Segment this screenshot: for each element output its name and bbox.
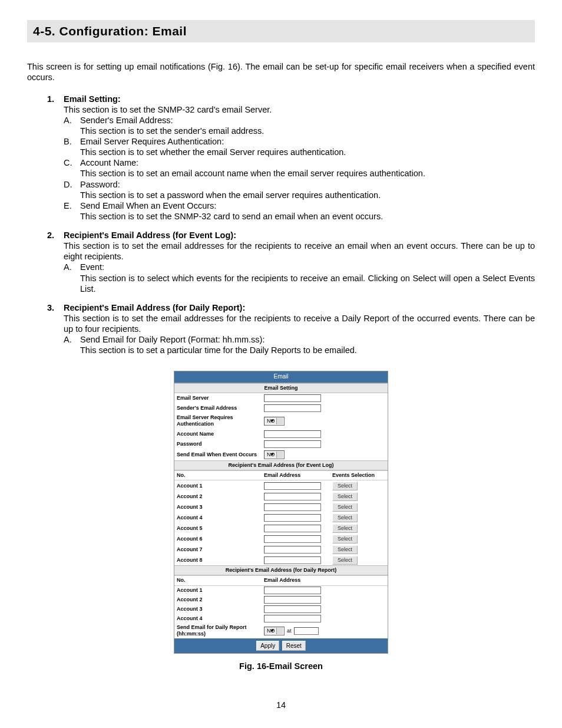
sender-email-input[interactable] xyxy=(264,404,321,412)
daily-time-input[interactable] xyxy=(294,627,319,635)
panel-header: Email xyxy=(174,371,388,383)
sub-letter: C. xyxy=(64,157,72,168)
reset-button[interactable]: Reset xyxy=(282,641,306,651)
item-2: 2. Recipient's Email Address (for Event … xyxy=(47,230,535,294)
select-button[interactable]: Select xyxy=(332,492,358,501)
sub-letter: E. xyxy=(64,200,72,211)
daily-email-input[interactable] xyxy=(264,605,321,613)
event-email-input[interactable] xyxy=(264,546,321,554)
account-name-input[interactable] xyxy=(264,430,321,438)
row-label: Account 1 xyxy=(174,585,262,595)
item-head: Email Setting: xyxy=(64,94,121,104)
daily-email-input[interactable] xyxy=(264,615,321,622)
sub-head: Password: xyxy=(80,180,120,189)
sub-head: Event: xyxy=(80,262,104,272)
sub-list-3: A.Send Email for Daily Report (Format: h… xyxy=(64,334,535,355)
row-label: Account 4 xyxy=(174,614,262,624)
select-button[interactable]: Select xyxy=(332,513,358,522)
section-daily-report: Recipient's Email Address (for Daily Rep… xyxy=(174,565,388,575)
sub-list-1: A.Sender's Email Address:This section is… xyxy=(64,115,535,222)
select-button[interactable]: Select xyxy=(332,482,358,490)
select-button[interactable]: Select xyxy=(332,503,358,512)
col-email: Email Address xyxy=(262,470,330,480)
section-title: 4-5. Configuration: Email xyxy=(27,20,535,42)
item-desc: This section is to set the email address… xyxy=(64,241,535,261)
sub-letter: A. xyxy=(64,115,72,126)
event-email-input[interactable] xyxy=(264,493,321,500)
select-button[interactable]: Select xyxy=(332,556,358,565)
sub-letter: B. xyxy=(64,136,72,147)
event-email-input[interactable] xyxy=(264,535,321,543)
sub-letter: A. xyxy=(64,262,72,272)
event-log-table: No. Email Address Events Selection Accou… xyxy=(174,470,388,565)
password-input[interactable] xyxy=(264,440,321,448)
item-number: 2. xyxy=(47,230,54,241)
sub-letter: D. xyxy=(64,179,72,190)
item-desc: This section is to set the SNMP-32 card'… xyxy=(64,105,272,114)
email-panel: Email Email Setting Email Server Sender'… xyxy=(174,371,388,654)
row-label: Account 1 xyxy=(174,480,262,492)
select-button[interactable]: Select xyxy=(332,524,358,533)
item-number: 1. xyxy=(47,94,54,104)
row-label: Account 4 xyxy=(174,512,262,523)
chevron-down-icon xyxy=(270,630,274,632)
row-label: Account 8 xyxy=(174,555,262,565)
daily-select[interactable]: NO xyxy=(264,627,285,635)
sub-letter: A. xyxy=(64,334,72,345)
chevron-down-icon xyxy=(270,453,274,456)
daily-report-table: No. Email Address Account 1 Account 2 Ac… xyxy=(174,575,388,638)
sub-desc: This section is to set a particular time… xyxy=(80,345,357,355)
sub-desc: This section is to select which events f… xyxy=(80,274,535,294)
event-email-input[interactable] xyxy=(264,525,321,532)
label-daily-send: Send Email for Daily Report (hh:mm:ss) xyxy=(174,624,262,639)
select-button[interactable]: Select xyxy=(332,535,358,543)
item-number: 3. xyxy=(47,302,54,313)
daily-email-input[interactable] xyxy=(264,587,321,594)
col-no: No. xyxy=(174,470,262,480)
sub-head: Email Server Requires Authentication: xyxy=(80,137,224,146)
row-label: Account 5 xyxy=(174,523,262,533)
row-label: Account 2 xyxy=(174,595,262,605)
event-email-input[interactable] xyxy=(264,514,321,522)
chevron-down-icon xyxy=(270,420,274,422)
sub-head: Sender's Email Address: xyxy=(80,116,173,125)
item-3: 3. Recipient's Email Address (for Daily … xyxy=(47,302,535,356)
sub-desc: This section is to set whether the email… xyxy=(80,147,346,157)
item-desc: This section is to set the email address… xyxy=(64,314,535,334)
item-1: 1. Email Setting: This section is to set… xyxy=(47,94,535,222)
row-label: Account 2 xyxy=(174,491,262,502)
action-bar: Apply Reset xyxy=(174,638,388,653)
event-email-input[interactable] xyxy=(264,503,321,511)
label-password: Password xyxy=(174,439,262,449)
item-head: Recipient's Email Address (for Daily Rep… xyxy=(64,303,245,312)
label-send-on-event: Send Email When Event Occurs xyxy=(174,449,262,460)
section-event-log: Recipient's Email Address (for Event Log… xyxy=(174,460,388,470)
col-no: No. xyxy=(174,576,262,585)
figure-caption: Fig. 16-Email Screen xyxy=(27,661,535,671)
row-label: Account 7 xyxy=(174,544,262,555)
main-list: 1. Email Setting: This section is to set… xyxy=(27,94,535,356)
row-label: Account 6 xyxy=(174,533,262,544)
email-server-input[interactable] xyxy=(264,394,321,402)
sub-desc: This section is to set the SNMP-32 card … xyxy=(80,212,383,221)
at-label: at xyxy=(287,628,292,634)
auth-select[interactable]: NO xyxy=(264,417,285,426)
section-email-setting: Email Setting xyxy=(174,383,388,393)
figure-wrap: Email Email Setting Email Server Sender'… xyxy=(27,371,535,671)
col-events: Events Selection xyxy=(330,470,388,480)
apply-button[interactable]: Apply xyxy=(256,641,279,651)
select-button[interactable]: Select xyxy=(332,545,358,554)
event-email-input[interactable] xyxy=(264,482,321,490)
send-on-event-select[interactable]: NO xyxy=(264,450,285,459)
item-head: Recipient's Email Address (for Event Log… xyxy=(64,230,236,240)
sub-head: Send Email When an Event Occurs: xyxy=(80,201,216,210)
event-email-input[interactable] xyxy=(264,556,321,564)
label-sender-email: Sender's Email Address xyxy=(174,403,262,413)
col-email: Email Address xyxy=(262,576,388,585)
label-auth: Email Server Requires Authentication xyxy=(174,413,262,429)
daily-email-input[interactable] xyxy=(264,596,321,604)
sub-head: Send Email for Daily Report (Format: hh.… xyxy=(80,335,265,344)
intro-paragraph: This screen is for setting up email noti… xyxy=(27,61,535,83)
row-label: Account 3 xyxy=(174,605,262,614)
settings-table: Email Server Sender's Email Address Emai… xyxy=(174,393,388,460)
